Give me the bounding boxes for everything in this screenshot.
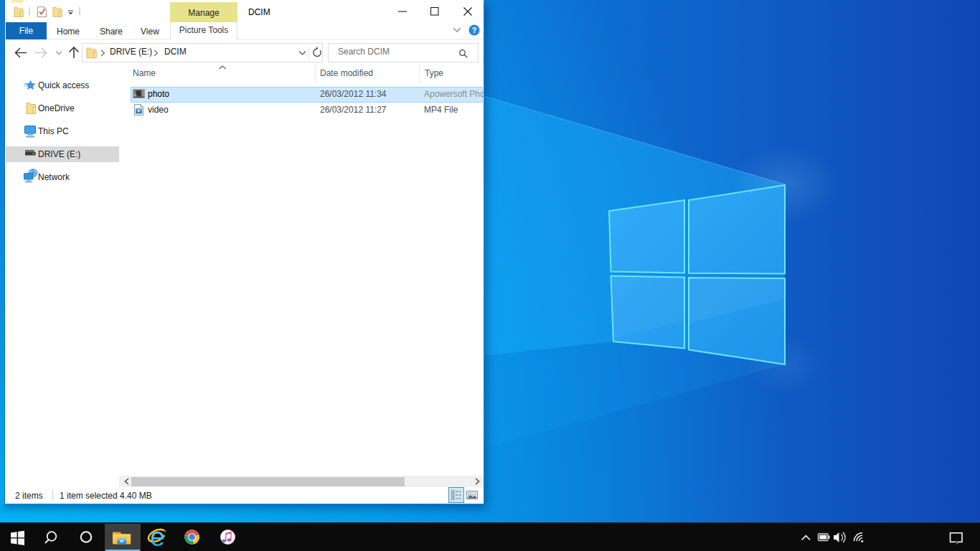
svg-text:?: ? — [471, 26, 476, 34]
svg-text:e: e — [150, 523, 165, 551]
